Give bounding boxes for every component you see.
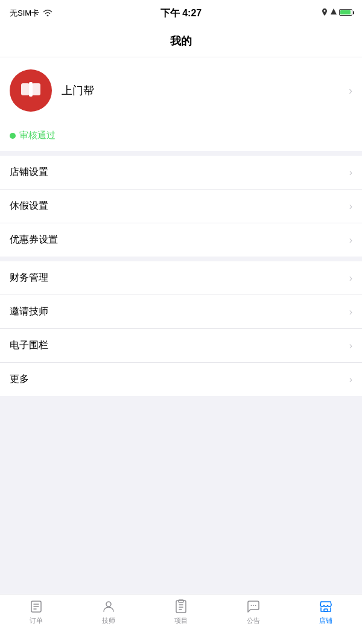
project-icon — [174, 599, 188, 614]
status-section: 审核通过 — [0, 124, 362, 156]
menu-item-label: 电子围栏 — [10, 339, 48, 352]
tab-technician-label: 技师 — [102, 616, 115, 625]
tab-order-label: 订单 — [30, 616, 43, 625]
section-divider — [0, 257, 362, 261]
svg-point-11 — [255, 605, 256, 606]
svg-point-9 — [251, 605, 252, 606]
menu-item-coupon-settings[interactable]: 优惠券设置 › — [0, 223, 362, 257]
menu-chevron: › — [349, 273, 352, 284]
svg-point-10 — [253, 605, 254, 606]
tab-store[interactable]: 店铺 — [290, 599, 362, 625]
status-time: 下午 4:27 — [160, 7, 202, 20]
wifi-icon — [43, 8, 52, 18]
profile-name: 上门帮 — [62, 83, 349, 98]
menu-item-label: 邀请技师 — [10, 305, 48, 318]
menu-chevron: › — [349, 307, 352, 317]
tab-bar: 订单 技师 项目 公告 店铺 — [0, 594, 362, 644]
location-icon — [321, 8, 328, 19]
tab-announcement[interactable]: 公告 — [217, 599, 290, 625]
tab-announcement-label: 公告 — [247, 616, 260, 625]
avatar — [10, 69, 52, 112]
menu-item-label: 优惠券设置 — [10, 234, 58, 246]
tab-store-label: 店铺 — [319, 616, 332, 625]
svg-rect-8 — [179, 600, 183, 602]
menu-item-store-settings[interactable]: 店铺设置 › — [0, 156, 362, 190]
menu-item-label: 休假设置 — [10, 200, 48, 212]
technician-icon — [101, 599, 116, 614]
svg-rect-2 — [29, 82, 33, 97]
tab-technician[interactable]: 技师 — [72, 599, 145, 625]
menu-chevron: › — [349, 235, 352, 246]
profile-chevron: › — [349, 84, 352, 97]
announcement-icon — [246, 599, 261, 614]
carrier-text: 无SIM卡 — [10, 8, 39, 19]
svg-point-7 — [106, 602, 111, 607]
profile-section[interactable]: 上门帮 › — [0, 57, 362, 124]
menu-item-finance[interactable]: 财务管理 › — [0, 261, 362, 295]
status-bar: 无SIM卡 下午 4:27 — [0, 0, 362, 27]
tab-order[interactable]: 订单 — [0, 599, 72, 625]
status-right — [321, 8, 352, 19]
svg-rect-1 — [32, 83, 40, 95]
battery-container — [339, 9, 352, 18]
menu-item-geofence[interactable]: 电子围栏 › — [0, 329, 362, 363]
menu-item-more[interactable]: 更多 › — [0, 363, 362, 396]
menu-item-label: 店铺设置 — [10, 166, 48, 179]
main-content: 无SIM卡 下午 4:27 — [0, 0, 362, 446]
order-icon — [29, 599, 43, 614]
menu-section-2: 财务管理 › 邀请技师 › 电子围栏 › 更多 › — [0, 261, 362, 396]
menu-section-1: 店铺设置 › 休假设置 › 优惠券设置 › — [0, 156, 362, 257]
status-badge: 审核通过 — [10, 130, 352, 141]
menu-item-invite-technician[interactable]: 邀请技师 › — [0, 295, 362, 329]
status-dot — [10, 133, 16, 139]
arrow-icon — [331, 8, 337, 19]
tab-project[interactable]: 项目 — [145, 599, 217, 625]
menu-chevron: › — [349, 340, 352, 351]
status-left: 无SIM卡 — [10, 8, 52, 19]
menu-item-label: 更多 — [10, 373, 29, 386]
menu-chevron: › — [349, 201, 352, 212]
tab-project-label: 项目 — [174, 616, 188, 625]
svg-rect-12 — [324, 609, 328, 611]
status-text: 审核通过 — [19, 130, 56, 141]
menu-item-vacation-settings[interactable]: 休假设置 › — [0, 190, 362, 223]
svg-rect-0 — [21, 83, 30, 95]
menu-chevron: › — [349, 167, 352, 178]
menu-item-label: 财务管理 — [10, 272, 48, 284]
page-title: 我的 — [0, 27, 362, 57]
menu-chevron: › — [349, 374, 352, 385]
store-icon — [319, 599, 333, 614]
